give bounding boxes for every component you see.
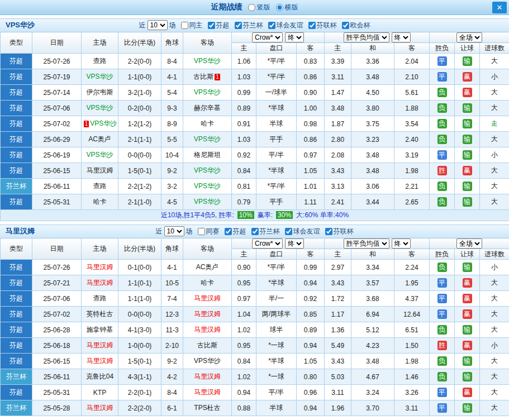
corner-cell: 9-3 [161, 101, 183, 116]
score-cell: 1-5(0-1) [118, 163, 161, 179]
column-header: 角球 [161, 32, 183, 54]
column-header: 类型 [1, 32, 32, 54]
away-team-name: VPS华沙 [194, 198, 221, 206]
filter-checkbox[interactable]: 球会友谊 [285, 227, 320, 236]
close-button[interactable]: ✕ [492, 2, 507, 13]
filter-checkbox[interactable]: 芬兰杯 [251, 227, 280, 236]
result-wdl-cell: 负 [430, 116, 455, 132]
checkbox-input[interactable] [208, 22, 215, 29]
team-name: VPS华沙 [6, 20, 35, 30]
score-cell: 2-2(0-1) [118, 385, 161, 400]
away-team-name: VPS华沙 [194, 166, 221, 174]
filter-checkbox[interactable]: 同赛 [198, 227, 220, 236]
checkbox-input[interactable] [251, 228, 259, 235]
asia-odds-select[interactable]: 终 [285, 238, 304, 249]
layout-radio-vertical[interactable]: 竖版 [248, 3, 270, 12]
score-cell: 1-1(0-1) [118, 275, 161, 291]
checkbox-input[interactable] [225, 228, 232, 235]
wdl-badge: 平 [437, 388, 447, 397]
euro-draw-odds: 4.67 [351, 369, 394, 385]
match-date: 25-07-02 [32, 307, 82, 322]
asia-odds-select[interactable]: Crow* [252, 32, 283, 42]
column-header: 客 [394, 43, 430, 54]
match-row: 芬超25-05-31KTP2-2(0-1)8-4马里汉姆0.94平/半0.963… [1, 385, 509, 400]
result-handicap-cell: 输 [455, 260, 480, 275]
checkbox-input[interactable] [181, 22, 188, 29]
games-label: 场 [169, 21, 176, 30]
checkbox-input[interactable] [198, 228, 205, 235]
filter-checkbox[interactable]: 欧会杯 [342, 21, 370, 30]
match-date: 25-07-06 [32, 291, 82, 307]
europe-odds-select[interactable]: 胜平负均值 [344, 32, 389, 42]
filter-checkbox[interactable]: 芬联杯 [325, 227, 354, 236]
radio-input[interactable] [276, 4, 283, 11]
column-header: 让球 [455, 43, 480, 54]
checkbox-input[interactable] [342, 22, 349, 29]
away-team-name: VPS华沙 [194, 57, 221, 65]
euro-draw-odds: 6.94 [351, 307, 394, 322]
team-section: 马里汉姆近10场同赛芬超芬兰杯球会友谊芬联杯类型日期主场比分(半场)角球客场Cr… [0, 225, 509, 416]
score-cell: 4-3(1-1) [118, 369, 161, 385]
checkbox-input[interactable] [325, 228, 332, 235]
asia-odds-select[interactable]: Crow* [252, 238, 283, 249]
column-header: 进球数 [480, 43, 509, 54]
euro-draw-odds: 3.70 [351, 400, 394, 416]
score-cell: 2-2(1-2) [118, 179, 161, 194]
filter-checkbox[interactable]: 球会友谊 [268, 21, 303, 30]
filter-checkbox[interactable]: 芬联杯 [308, 21, 337, 30]
handicap-badge: 输 [463, 182, 472, 191]
away-team-name: VPS华沙 [194, 357, 221, 365]
match-count-select[interactable]: 10 [148, 20, 168, 30]
asia-handicap: 一/球半 [256, 85, 297, 101]
checkbox-input[interactable] [235, 22, 242, 29]
corner-cell: 10-5 [161, 275, 183, 291]
checkbox-input[interactable] [268, 22, 275, 29]
page-title: 近期战绩 [211, 2, 242, 12]
asia-home-odds: 1.02 [232, 369, 256, 385]
window-titlebar: 近期战绩 竖版横版 ✕ [0, 0, 509, 15]
home-team-cell: VPS华沙 [82, 69, 118, 85]
match-row: 芬超25-06-19VPS华沙0-0(0-0)10-4格尼斯坦0.92平/半0.… [1, 147, 509, 163]
fulltime-select[interactable]: 全场 [456, 238, 482, 249]
asia-away-odds: 0.94 [297, 275, 325, 291]
result-wdl-cell: 平 [430, 307, 455, 322]
asia-away-odds: 0.90 [297, 85, 325, 101]
radio-label: 竖版 [257, 3, 270, 12]
result-wdl-cell: 胜 [430, 163, 455, 179]
asia-odds-group-header: Crow*终 [232, 32, 325, 43]
checkbox-input[interactable] [285, 228, 292, 235]
europe-odds-select[interactable]: 终 [392, 32, 411, 42]
home-team-cell: 施拿钟基 [82, 322, 118, 338]
match-count-select[interactable]: 10 [164, 226, 184, 236]
europe-odds-select[interactable]: 终 [392, 238, 411, 249]
column-header: 盘口 [256, 249, 297, 260]
asia-odds-select[interactable]: 终 [285, 32, 304, 42]
column-header: 主 [325, 249, 351, 260]
layout-radio-horizontal[interactable]: 横版 [276, 3, 298, 12]
wdl-badge: 负 [437, 119, 447, 128]
asia-home-odds: 0.89 [232, 101, 256, 116]
league-type-cell: 芬超 [1, 291, 32, 307]
checkbox-input[interactable] [308, 22, 316, 29]
radio-input[interactable] [248, 4, 255, 11]
result-wdl-cell: 负 [430, 132, 455, 147]
match-row: 芬超25-07-021VPS华沙1-2(1-2)8-9哈卡0.91半球0.981… [1, 116, 509, 132]
match-row: 芬超25-06-15马里汉姆1-5(0-1)9-2VPS华沙0.84*半球1.0… [1, 163, 509, 179]
fulltime-select[interactable]: 全场 [456, 32, 482, 42]
home-team-cell: KTP [82, 385, 118, 400]
filter-checkbox[interactable]: 芬兰杯 [235, 21, 263, 30]
filter-checkbox[interactable]: 同主 [181, 21, 203, 30]
filter-checkbox[interactable]: 芬超 [225, 227, 246, 236]
away-team-cell: 马里汉姆 [183, 322, 232, 338]
euro-home-odds: 1.96 [325, 400, 351, 416]
match-row: 芬超25-06-29AC奥卢2-1(1-1)5-5VPS华沙1.03平手0.86… [1, 132, 509, 147]
corner-cell: 11-3 [161, 322, 183, 338]
euro-draw-odds: 3.80 [351, 101, 394, 116]
europe-odds-select[interactable]: 胜平负均值 [344, 238, 389, 249]
away-team-name: 马里汉姆 [194, 310, 221, 318]
filter-checkbox[interactable]: 芬超 [208, 21, 230, 30]
euro-home-odds: 3.43 [325, 354, 351, 369]
asia-away-odds: 1.11 [297, 194, 325, 210]
result-wdl-cell: 负 [430, 85, 455, 101]
score-cell: 0-1(0-0) [118, 260, 161, 275]
